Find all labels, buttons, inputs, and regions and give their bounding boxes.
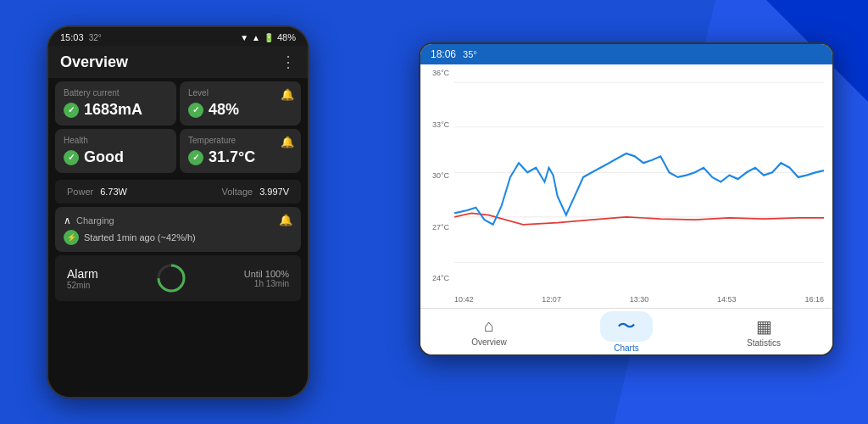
phone-status-icons: ▼ ▲ 🔋 48%: [240, 32, 296, 42]
temperature-line: [454, 153, 824, 225]
voltage-value: 3.997V: [259, 187, 289, 197]
voltage-item: Voltage 3.997V: [221, 187, 289, 197]
level-value: 48%: [209, 101, 239, 119]
alarm-time-label: 1h 13min: [254, 279, 289, 288]
nav-item-overview[interactable]: ⌂ Overview: [420, 316, 558, 347]
more-options-button[interactable]: ⋮: [281, 53, 296, 71]
battery-current-label: Battery current: [64, 88, 168, 98]
battery-current-value-row: 1683mA: [64, 101, 168, 119]
temperature-value-row: 31.7°C: [188, 148, 292, 166]
tablet-device: 18:06 35° 36°C 33°C 30°C 27°C 24°C 10:42…: [419, 42, 834, 356]
charging-header: ∧ Charging 🔔: [64, 214, 292, 226]
chart-y-labels: 36°C 33°C 30°C 27°C 24°C: [420, 69, 453, 282]
charging-bell-icon[interactable]: 🔔: [279, 214, 292, 226]
chart-x-label-0: 10:42: [454, 295, 474, 304]
chevron-up-icon[interactable]: ∧: [64, 215, 71, 226]
battery-percent: 48%: [277, 32, 296, 42]
alarm-left: Alarm 52min: [67, 267, 98, 290]
wifi-icon: ▼: [240, 33, 248, 42]
health-card: Health Good: [55, 129, 176, 173]
alarm-gauge: [155, 262, 187, 294]
charging-active-icon: [64, 230, 79, 245]
signal-icon: ▲: [252, 33, 260, 42]
chart-x-label-2: 13:30: [630, 295, 649, 304]
alarm-title: Alarm: [67, 267, 98, 281]
battery-current-value: 1683mA: [84, 101, 142, 119]
temperature-chart-svg: [454, 73, 824, 291]
baseline-line: [454, 213, 824, 224]
page-title: Overview: [60, 53, 128, 71]
chart-x-labels: 10:42 12:07 13:30 14:53 16:16: [454, 295, 824, 304]
charts-icon-bg: 〜: [600, 311, 653, 342]
nav-label-statistics: Statistics: [747, 338, 781, 348]
phone-status-bar: 15:03 32° ▼ ▲ 🔋 48%: [48, 27, 308, 46]
chart-y-label-4: 24°C: [424, 274, 449, 282]
tablet-screen: 18:06 35° 36°C 33°C 30°C 27°C 24°C 10:42…: [420, 44, 832, 354]
power-voltage-row: Power 6.73W Voltage 3.997V: [55, 180, 301, 204]
chart-x-label-1: 12:07: [542, 295, 561, 304]
temperature-label: Temperature: [188, 136, 292, 145]
temperature-check-icon: [188, 150, 203, 165]
charging-status-text: Started 1min ago (~42%/h): [84, 232, 196, 243]
battery-container-icon: 🔋: [264, 33, 274, 42]
home-icon: ⌂: [484, 316, 494, 336]
battery-current-check-icon: [64, 103, 79, 118]
charging-section: ∧ Charging 🔔 Started 1min ago (~42%/h): [55, 207, 301, 252]
charts-icon: 〜: [617, 315, 636, 337]
health-value: Good: [84, 148, 124, 166]
chart-y-label-1: 33°C: [424, 120, 449, 129]
nav-label-charts: Charts: [614, 343, 638, 353]
alarm-subtitle: 52min: [67, 281, 98, 290]
power-item: Power 6.73W: [67, 187, 127, 197]
chart-area: 36°C 33°C 30°C 27°C 24°C 10:42 12:07 13:…: [420, 64, 832, 308]
temperature-value: 31.7°C: [209, 148, 255, 166]
power-value: 6.73W: [100, 187, 127, 197]
level-label: Level: [188, 88, 292, 98]
chart-x-label-3: 14:53: [717, 295, 737, 304]
chart-y-label-2: 30°C: [424, 171, 449, 180]
health-label: Health: [64, 136, 168, 145]
charging-left: ∧ Charging: [64, 215, 114, 226]
health-value-row: Good: [64, 148, 168, 166]
temperature-card: Temperature 31.7°C 🔔: [180, 129, 301, 173]
chart-y-label-0: 36°C: [424, 69, 449, 77]
nav-item-statistics[interactable]: ▦ Statistics: [695, 316, 832, 348]
alarm-until-label: Until 100%: [244, 269, 289, 279]
tablet-nav: ⌂ Overview 〜 Charts ▦ Statistics: [420, 308, 832, 354]
statistics-icon: ▦: [756, 316, 772, 337]
phone-screen: 15:03 32° ▼ ▲ 🔋 48% Overview ⋮ Battery c…: [48, 27, 308, 397]
phone-device: 15:03 32° ▼ ▲ 🔋 48% Overview ⋮ Battery c…: [47, 25, 309, 399]
chart-x-label-4: 16:16: [804, 295, 824, 304]
voltage-label: Voltage: [221, 187, 253, 197]
app-header: Overview ⋮: [48, 46, 308, 78]
health-check-icon: [64, 150, 79, 165]
nav-item-charts[interactable]: 〜 Charts: [558, 311, 695, 353]
tablet-status-bar: 18:06 35°: [420, 44, 832, 64]
alarm-right: Until 100% 1h 13min: [244, 269, 289, 288]
level-check-icon: [188, 103, 203, 118]
charging-title: Charging: [76, 215, 114, 226]
tablet-temperature: 35°: [463, 49, 477, 59]
chart-y-label-3: 27°C: [424, 223, 449, 232]
battery-current-card: Battery current 1683mA: [55, 81, 176, 126]
charging-status: Started 1min ago (~42%/h): [64, 230, 292, 245]
power-label: Power: [67, 187, 93, 197]
temperature-bell-icon[interactable]: 🔔: [281, 136, 294, 148]
phone-time: 15:03 32°: [60, 32, 102, 42]
cards-grid: Battery current 1683mA Level 48% 🔔 Healt…: [48, 78, 308, 176]
alarm-section: Alarm 52min Until 100% 1h 13min: [55, 255, 301, 301]
level-value-row: 48%: [188, 101, 292, 119]
nav-label-overview: Overview: [471, 338, 507, 347]
level-bell-icon[interactable]: 🔔: [281, 88, 294, 101]
level-card: Level 48% 🔔: [180, 81, 301, 126]
tablet-time: 18:06: [431, 48, 456, 60]
